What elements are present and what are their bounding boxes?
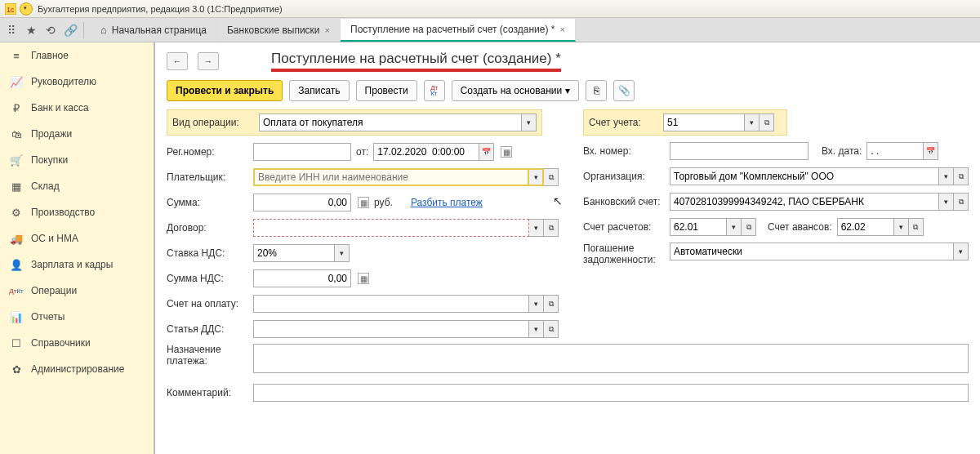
open-icon[interactable]: ⧉ <box>544 168 559 186</box>
post-button[interactable]: Провести <box>356 80 417 101</box>
sum-input[interactable] <box>253 194 351 211</box>
sidebar-item-purchases[interactable]: 🛒Покупки <box>0 147 154 173</box>
tab-home-label: Начальная страница <box>112 24 207 36</box>
comment-label: Комментарий: <box>167 387 248 398</box>
close-icon[interactable]: × <box>325 25 330 35</box>
account-select[interactable] <box>663 114 745 131</box>
ruble-icon: ₽ <box>10 101 23 114</box>
sidebar-label: Операции <box>31 285 77 296</box>
post-and-close-button[interactable]: Провести и закрыть <box>167 80 283 101</box>
dtkt-button[interactable]: ДтКт <box>424 80 445 101</box>
chevron-down-icon: ▾ <box>565 85 570 96</box>
save-button[interactable]: Записать <box>289 80 349 101</box>
sidebar-item-bank[interactable]: ₽Банк и касса <box>0 95 154 121</box>
sidebar-item-reports[interactable]: 📊Отчеты <box>0 304 154 330</box>
tab-bank-statements[interactable]: Банковские выписки × <box>217 19 341 42</box>
chevron-down-icon[interactable]: ▾ <box>335 244 350 262</box>
open-icon[interactable]: ⧉ <box>909 218 924 236</box>
person-icon: 👤 <box>10 258 23 271</box>
sidebar-item-main[interactable]: ≡Главное <box>0 42 154 69</box>
sidebar-label: Производство <box>31 207 95 218</box>
open-icon[interactable]: ⧉ <box>544 295 559 313</box>
chevron-down-icon[interactable]: ▾ <box>939 167 954 185</box>
chevron-down-icon[interactable]: ▾ <box>529 295 544 313</box>
calculator-icon[interactable]: ▦ <box>358 273 369 284</box>
chevron-down-icon[interactable]: ▾ <box>727 218 742 236</box>
in-date-input[interactable] <box>866 142 924 160</box>
vat-sum-input[interactable] <box>253 269 351 287</box>
adv-acc-select[interactable] <box>837 218 894 236</box>
history-icon[interactable]: ⟲ <box>44 24 57 37</box>
document-title: Поступление на расчетный счет (создание)… <box>271 51 561 72</box>
warehouse-icon: ▦ <box>10 180 23 193</box>
rub-label: руб. <box>374 197 393 208</box>
btn-label: Создать на основании <box>461 85 563 96</box>
invoice-input[interactable] <box>253 295 529 313</box>
chevron-down-icon[interactable]: ▾ <box>529 320 544 338</box>
nav-forward-button[interactable]: → <box>198 52 219 70</box>
org-select[interactable] <box>670 167 939 185</box>
sidebar-label: Продажи <box>31 128 72 140</box>
apps-icon[interactable]: ⠿ <box>5 24 18 37</box>
in-num-input[interactable] <box>670 142 808 160</box>
attach-button[interactable]: 📎 <box>613 80 635 101</box>
purpose-textarea[interactable] <box>253 344 969 373</box>
chevron-down-icon[interactable]: ▾ <box>745 114 760 131</box>
dds-input[interactable] <box>253 320 529 338</box>
open-icon[interactable]: ⧉ <box>544 320 559 338</box>
create-based-button[interactable]: Создать на основании ▾ <box>452 80 580 101</box>
reg-num-label: Рег.номер: <box>167 146 248 158</box>
close-icon[interactable]: × <box>559 24 564 34</box>
tab-receipt[interactable]: Поступление на расчетный счет (создание)… <box>341 19 576 42</box>
chevron-down-icon[interactable]: ▾ <box>954 243 969 260</box>
sidebar-item-refs[interactable]: ☐Справочники <box>0 330 154 356</box>
payer-input[interactable] <box>253 168 529 186</box>
chevron-down-icon[interactable]: ▾ <box>894 218 909 236</box>
calendar-icon[interactable]: 📅 <box>924 142 938 160</box>
tab-home[interactable]: ⌂ Начальная страница <box>91 19 217 42</box>
reg-num-input[interactable] <box>253 143 351 161</box>
sidebar-item-hr[interactable]: 👤Зарплата и кадры <box>0 251 154 278</box>
calculator-icon[interactable]: ▦ <box>358 197 369 208</box>
structure-button[interactable]: ⎘ <box>586 80 607 101</box>
contract-input[interactable] <box>253 219 529 237</box>
chevron-down-icon[interactable]: ▾ <box>522 114 537 131</box>
open-icon[interactable]: ⧉ <box>760 114 774 131</box>
open-icon[interactable]: ⧉ <box>544 219 559 237</box>
title-bar: 1с Бухгалтерия предприятия, редакция 3.0… <box>0 0 980 18</box>
sidebar-item-operations[interactable]: ДтКтОперации <box>0 278 154 304</box>
cart-icon: 🛒 <box>10 154 23 167</box>
grid-icon[interactable]: ▦ <box>501 146 512 158</box>
open-icon[interactable]: ⧉ <box>954 193 969 211</box>
star-icon[interactable]: ★ <box>24 24 38 37</box>
navigation-sidebar: ≡Главное 📈Руководителю ₽Банк и касса 🛍Пр… <box>0 42 155 454</box>
date-input[interactable] <box>373 143 479 161</box>
sidebar-item-warehouse[interactable]: ▦Склад <box>0 173 154 199</box>
sum-label: Сумма: <box>167 197 248 208</box>
invoice-label: Счет на оплату: <box>167 298 248 309</box>
open-icon[interactable]: ⧉ <box>742 218 756 236</box>
bank-acc-select[interactable] <box>670 193 939 211</box>
vat-rate-select[interactable] <box>253 244 335 262</box>
sidebar-item-admin[interactable]: ✿Администрирование <box>0 356 154 382</box>
comment-input[interactable] <box>253 384 969 402</box>
calc-acc-select[interactable] <box>670 218 727 236</box>
account-label: Счет учета: <box>589 117 658 128</box>
chevron-down-icon[interactable]: ▾ <box>529 219 544 237</box>
open-icon[interactable]: ⧉ <box>954 167 969 185</box>
link-icon[interactable]: 🔗 <box>64 24 77 37</box>
dds-label: Статья ДДС: <box>167 323 248 335</box>
chevron-down-icon[interactable]: ▾ <box>939 193 954 211</box>
split-payment-link[interactable]: Разбить платеж <box>411 197 483 208</box>
op-type-select[interactable] <box>259 114 522 131</box>
repay-select[interactable] <box>670 243 954 260</box>
sidebar-item-production[interactable]: ⚙Производство <box>0 199 154 225</box>
nav-back-button[interactable]: ← <box>167 52 188 70</box>
calendar-icon[interactable]: 📅 <box>479 143 494 161</box>
svg-text:1с: 1с <box>7 6 15 14</box>
sidebar-item-sales[interactable]: 🛍Продажи <box>0 121 154 147</box>
dropdown-icon[interactable] <box>20 2 33 16</box>
chevron-down-icon[interactable]: ▾ <box>529 168 544 186</box>
sidebar-item-assets[interactable]: 🚚ОС и НМА <box>0 225 154 251</box>
sidebar-item-manager[interactable]: 📈Руководителю <box>0 69 154 95</box>
